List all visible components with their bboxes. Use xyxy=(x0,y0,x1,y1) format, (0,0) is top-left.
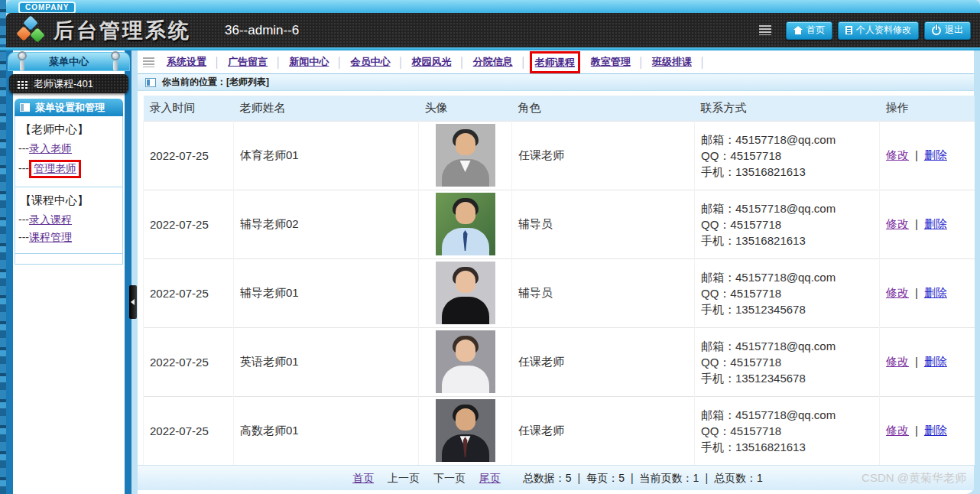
cell-contact: 邮箱：45157718@qq.com QQ：45157718 手机：135168… xyxy=(695,121,880,190)
cell-actions: 修改|删除 xyxy=(880,327,975,396)
cell-role: 任课老师 xyxy=(512,121,695,190)
nav-item-ad-messages[interactable]: 广告留言 xyxy=(228,55,268,69)
location-icon xyxy=(145,78,156,87)
delete-link[interactable]: 删除 xyxy=(924,148,947,161)
cell-actions: 修改|删除 xyxy=(880,121,975,190)
nav-separator: │ xyxy=(398,57,404,68)
nav-item-classroom-management[interactable]: 教室管理 xyxy=(591,55,631,69)
contact-phone: 手机：13516821613 xyxy=(701,232,873,249)
nav-item-system-settings[interactable]: 系统设置 xyxy=(167,55,206,69)
stat-total: 总数据：5 xyxy=(523,472,572,484)
delete-link[interactable]: 删除 xyxy=(924,217,947,230)
cell-contact: 邮箱：45157718@qq.com QQ：45157718 手机：135123… xyxy=(695,327,880,396)
nav-item-campus-scenery[interactable]: 校园风光 xyxy=(412,55,452,69)
delete-link[interactable]: 删除 xyxy=(924,355,947,368)
dash-prefix: --- xyxy=(18,142,29,154)
stat-separator: | xyxy=(705,472,708,484)
logout-button-label: 退出 xyxy=(945,24,963,37)
sidebar-item-entry-course-row: ---录入课程 xyxy=(18,211,119,229)
edit-link[interactable]: 修改 xyxy=(886,424,909,437)
contact-email: 邮箱：45157718@qq.com xyxy=(701,407,873,423)
contact-qq: QQ：45157718 xyxy=(701,148,873,164)
contact-phone: 手机：13512345678 xyxy=(701,370,873,386)
action-separator: | xyxy=(915,424,918,437)
cell-avatar xyxy=(419,396,512,465)
contact-phone: 手机：13516821613 xyxy=(701,439,873,455)
sidebar-item-entry-teacher[interactable]: 录入老师 xyxy=(29,142,72,154)
pagination-last[interactable]: 尾页 xyxy=(479,472,501,484)
dash-prefix: --- xyxy=(18,231,29,243)
admin-page: COMPANY 后台管理系统 36--admin--6 首页 个人资料修改 退出 xyxy=(0,0,980,494)
nav-separator: │ xyxy=(214,57,220,68)
pagination-first[interactable]: 首页 xyxy=(352,472,374,484)
header-actions: 首页 个人资料修改 退出 xyxy=(759,21,971,40)
contact-qq: QQ：45157718 xyxy=(701,285,873,301)
teacher-table: 录入时间 老师姓名 头像 角色 联系方式 操作 2022-07-25 体育老师0… xyxy=(143,96,975,465)
table-row: 2022-07-25 高数老师01 任课老师 邮箱：45157718@qq.co… xyxy=(144,396,975,465)
nav-separator: │ xyxy=(699,57,706,68)
cell-name: 体育老师01 xyxy=(234,121,419,190)
home-button[interactable]: 首页 xyxy=(786,21,832,40)
cell-avatar xyxy=(419,258,512,327)
nav-item-branch-info[interactable]: 分院信息 xyxy=(473,55,513,69)
pagination-bar: 首页 上一页 下一页 尾页 总数据：5|每页：5|当前页数：1|总页数：1 CS… xyxy=(138,465,974,490)
sidebar-item-entry-course[interactable]: 录入课程 xyxy=(29,213,72,226)
logo-cube-green xyxy=(30,28,45,43)
logout-button[interactable]: 退出 xyxy=(924,21,971,40)
contact-phone: 手机：13516821613 xyxy=(701,164,873,180)
contact-email: 邮箱：45157718@qq.com xyxy=(701,132,873,148)
col-header-actions: 操作 xyxy=(880,96,975,121)
menu-lines-icon[interactable] xyxy=(759,25,771,35)
nav-separator: │ xyxy=(275,57,281,68)
nav-item-member-center[interactable]: 会员中心 xyxy=(350,55,390,69)
cell-avatar xyxy=(419,327,512,396)
nav-item-class-scheduling[interactable]: 班级排课 xyxy=(652,55,692,69)
sidebar-collapse-handle[interactable] xyxy=(129,285,137,319)
app-logo-icon xyxy=(15,15,47,46)
profile-icon xyxy=(845,26,852,34)
home-icon xyxy=(793,26,803,34)
nav-item-news-center[interactable]: 新闻中心 xyxy=(289,55,329,69)
delete-link[interactable]: 删除 xyxy=(924,286,947,299)
sidebar-inner: 菜单中心 老师课程-401 菜单设置和管理 【老师中心】 ---录入老师 -- xyxy=(13,50,125,494)
sidebar-item-manage-course[interactable]: 课程管理 xyxy=(29,231,72,243)
pagination-next: 下一页 xyxy=(433,472,466,484)
cell-date: 2022-07-25 xyxy=(144,258,234,327)
menu-group-teacher: 【老师中心】 ---录入老师 ---管理老师 xyxy=(15,116,122,187)
current-module-badge[interactable]: 老师课程-401 xyxy=(9,74,128,93)
edit-link[interactable]: 修改 xyxy=(886,286,909,299)
cell-date: 2022-07-25 xyxy=(144,190,234,258)
nav-separator: │ xyxy=(638,57,644,68)
sidebar: 菜单中心 老师课程-401 菜单设置和管理 【老师中心】 ---录入老师 -- xyxy=(6,50,131,494)
action-separator: | xyxy=(915,148,918,161)
cell-name: 英语老师01 xyxy=(234,327,419,396)
cell-role: 辅导员 xyxy=(512,190,695,258)
delete-link[interactable]: 删除 xyxy=(924,424,947,437)
col-header-date: 录入时间 xyxy=(144,96,234,121)
edit-link[interactable]: 修改 xyxy=(886,217,909,230)
dash-prefix: --- xyxy=(18,213,29,226)
contact-qq: QQ：45157718 xyxy=(701,423,873,439)
power-icon xyxy=(932,26,941,35)
list-icon xyxy=(143,57,154,67)
pagination-stats: 总数据：5|每页：5|当前页数：1|总页数：1 xyxy=(521,472,764,484)
edit-link[interactable]: 修改 xyxy=(886,355,909,368)
nav-item-teacher-courses[interactable]: 老师课程 xyxy=(535,57,575,68)
header-top-strip: COMPANY xyxy=(6,0,980,13)
teacher-photo xyxy=(436,399,495,462)
current-module-label: 老师课程-401 xyxy=(34,77,93,91)
profile-edit-button[interactable]: 个人资料修改 xyxy=(838,21,919,40)
cell-name: 高数老师01 xyxy=(234,396,419,465)
table-row: 2022-07-25 英语老师01 任课老师 邮箱：45157718@qq.co… xyxy=(144,327,975,396)
menu-manage-title: 菜单设置和管理 xyxy=(35,101,105,115)
top-nav: 系统设置│ 广告留言│ 新闻中心│ 会员中心│ 校园风光│ 分院信息│ 老师课程… xyxy=(138,50,974,73)
cell-actions: 修改|删除 xyxy=(880,190,975,258)
cell-date: 2022-07-25 xyxy=(144,121,234,190)
teacher-photo xyxy=(436,262,495,324)
main-content: 系统设置│ 广告留言│ 新闻中心│ 会员中心│ 校园风光│ 分院信息│ 老师课程… xyxy=(138,50,974,494)
contact-email: 邮箱：45157718@qq.com xyxy=(701,338,873,354)
contact-qq: QQ：45157718 xyxy=(701,354,873,370)
sidebar-item-manage-teacher[interactable]: 管理老师 xyxy=(29,160,81,178)
edit-link[interactable]: 修改 xyxy=(886,148,909,161)
empty-panel-strip xyxy=(15,254,122,264)
